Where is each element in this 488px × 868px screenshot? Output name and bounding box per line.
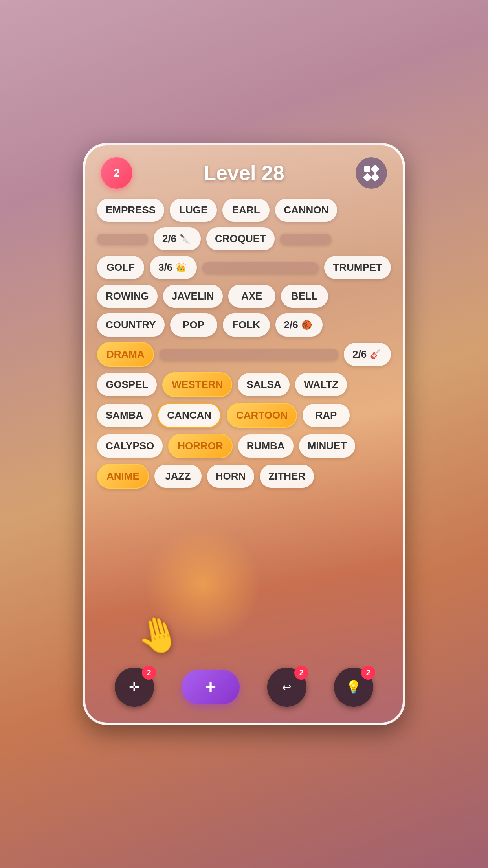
- bulb-icon: 💡: [346, 680, 361, 695]
- word-gospel[interactable]: GOSPEL: [97, 373, 157, 396]
- counter-chip-sports1[interactable]: 2/6 🔪: [154, 227, 201, 250]
- word-row-6: DRAMA 2/6 🎸: [97, 342, 391, 367]
- word-row-3: GOLF 3/6 👑 TRUMPET: [97, 256, 391, 279]
- word-row-9: CALYPSO HORROR RUMBA MINUET: [97, 434, 391, 458]
- word-row-1: EMPRESS LUGE EARL CANNON: [97, 199, 391, 222]
- word-pop[interactable]: POP: [170, 313, 217, 337]
- bottom-bar: ✛ 2 + ↩ 2 💡 2: [85, 668, 403, 707]
- hint-badge: 2: [361, 666, 375, 680]
- word-country[interactable]: COUNTRY: [97, 313, 165, 337]
- undo-button[interactable]: ↩ 2: [267, 668, 306, 707]
- move-icon: ✛: [129, 680, 139, 695]
- word-row-7: GOSPEL WESTERN SALSA WALTZ: [97, 372, 391, 397]
- word-javelin[interactable]: JAVELIN: [163, 285, 223, 308]
- word-rumba[interactable]: RUMBA: [238, 434, 294, 458]
- menu-button[interactable]: [356, 157, 387, 189]
- word-axe[interactable]: AXE: [228, 285, 275, 308]
- word-croquet[interactable]: CROQUET: [206, 227, 275, 250]
- lives-count: 2: [114, 167, 120, 179]
- hand-cursor-icon: 🤚: [132, 609, 185, 660]
- word-row-5: COUNTRY POP FOLK 2/6 🏀: [97, 313, 391, 337]
- word-cancan[interactable]: CANCAN: [157, 403, 221, 428]
- hint-button[interactable]: 💡 2: [334, 668, 373, 707]
- counter-music2-text: 2/6: [352, 348, 367, 360]
- word-cartoon[interactable]: CARTOON: [227, 403, 297, 428]
- word-row-10: ANIME JAZZ HORN ZITHER: [97, 464, 391, 489]
- counter-music1-text: 2/6: [284, 319, 298, 331]
- word-grid: EMPRESS LUGE EARL CANNON 2/6 🔪 CROQUET G…: [85, 195, 403, 493]
- word-jazz[interactable]: JAZZ: [154, 465, 202, 488]
- word-cannon[interactable]: CANNON: [275, 199, 337, 222]
- word-row-4: ROWING JAVELIN AXE BELL: [97, 285, 391, 308]
- word-bell[interactable]: BELL: [281, 285, 328, 308]
- undo-badge: 2: [294, 666, 308, 680]
- word-rap[interactable]: RAP: [303, 404, 350, 427]
- menu-icon: [364, 166, 378, 180]
- move-button[interactable]: ✛ 2: [115, 668, 154, 707]
- word-rowing[interactable]: ROWING: [97, 285, 158, 308]
- phone-frame: 2 Level 28 EMPRESS LUGE EARL CANNON 2/6: [83, 143, 405, 725]
- header: 2 Level 28: [85, 145, 403, 195]
- word-drama[interactable]: DRAMA: [97, 342, 154, 367]
- word-calypso[interactable]: CALYPSO: [97, 434, 163, 458]
- word-waltz[interactable]: WALTZ: [295, 373, 347, 396]
- counter-sports1-text: 2/6: [162, 233, 176, 245]
- word-row-2: 2/6 🔪 CROQUET: [97, 227, 391, 250]
- blank-chip-1: [97, 234, 148, 245]
- add-button[interactable]: +: [182, 670, 240, 704]
- basketball-icon: 🏀: [301, 320, 312, 330]
- word-folk[interactable]: FOLK: [223, 313, 270, 337]
- word-samba[interactable]: SAMBA: [97, 404, 152, 427]
- word-western[interactable]: WESTERN: [162, 372, 232, 397]
- counter-chip-sports2[interactable]: 3/6 👑: [150, 256, 197, 279]
- counter-chip-music2[interactable]: 2/6 🎸: [344, 343, 391, 366]
- word-golf[interactable]: GOLF: [97, 256, 144, 279]
- blank-chip-4: [160, 349, 338, 360]
- word-earl[interactable]: EARL: [222, 199, 270, 222]
- lives-button[interactable]: 2: [101, 157, 132, 189]
- blank-chip-2: [280, 234, 331, 245]
- move-badge: 2: [142, 666, 156, 680]
- level-title: Level 28: [204, 161, 284, 185]
- counter-chip-music1[interactable]: 2/6 🏀: [275, 313, 323, 337]
- knife-icon: 🔪: [180, 234, 190, 244]
- word-horror[interactable]: HORROR: [168, 434, 233, 458]
- word-row-8: SAMBA CANCAN CARTOON RAP: [97, 403, 391, 428]
- word-minuet[interactable]: MINUET: [299, 434, 356, 458]
- guitar-icon: 🎸: [370, 349, 380, 360]
- word-trumpet[interactable]: TRUMPET: [324, 256, 391, 279]
- crown-icon: 👑: [176, 263, 186, 273]
- word-horn[interactable]: HORN: [207, 465, 255, 488]
- blank-chip-3: [202, 262, 319, 273]
- word-zither[interactable]: ZITHER: [260, 465, 314, 488]
- word-salsa[interactable]: SALSA: [238, 373, 290, 396]
- word-empress[interactable]: EMPRESS: [97, 199, 164, 222]
- word-luge[interactable]: LUGE: [170, 199, 217, 222]
- undo-icon: ↩: [282, 681, 291, 694]
- add-icon: +: [205, 677, 216, 697]
- word-anime[interactable]: ANIME: [97, 464, 149, 489]
- counter-sports2-text: 3/6: [158, 261, 172, 274]
